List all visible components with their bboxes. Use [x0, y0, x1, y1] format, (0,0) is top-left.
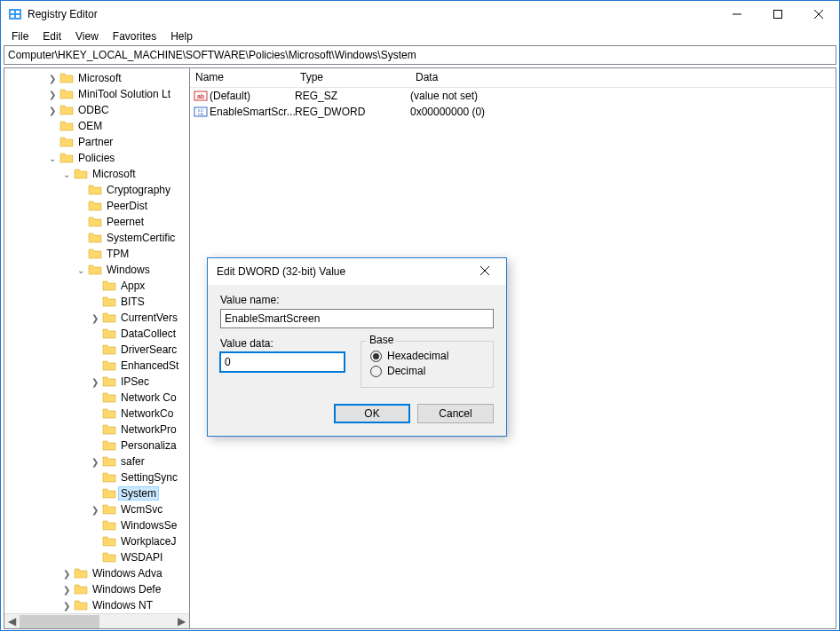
ok-button[interactable]: OK	[334, 404, 410, 423]
tree-node[interactable]: NetworkPro	[4, 422, 189, 438]
expand-icon[interactable]: ❯	[90, 457, 100, 467]
menu-view[interactable]: View	[68, 28, 106, 44]
tree-node[interactable]: ❯Windows Adva	[4, 565, 189, 581]
tree-pane[interactable]: ❯Microsoft❯MiniTool Solution Lt❯ODBC OEM…	[4, 67, 190, 629]
tree-node[interactable]: ❯CurrentVers	[4, 310, 189, 326]
expand-icon[interactable]: ❯	[90, 505, 100, 515]
expand-icon[interactable]	[90, 361, 100, 371]
col-name[interactable]: Name	[190, 68, 295, 87]
expand-icon[interactable]	[90, 473, 100, 483]
value-data-input[interactable]	[220, 352, 345, 372]
menu-edit[interactable]: Edit	[36, 28, 68, 44]
expand-icon[interactable]	[90, 345, 100, 355]
expand-icon[interactable]	[90, 553, 100, 563]
tree-node[interactable]: ❯IPSec	[4, 374, 189, 390]
tree-node[interactable]: TPM	[4, 246, 189, 262]
expand-icon[interactable]: ⌄	[75, 265, 86, 275]
tree-node[interactable]: NetworkCo	[4, 406, 189, 422]
tree-node[interactable]: ❯Microsoft	[4, 70, 189, 86]
tree-node[interactable]: OEM	[4, 118, 189, 134]
regedit-icon	[8, 7, 22, 21]
tree-node[interactable]: ❯MiniTool Solution Lt	[4, 86, 189, 102]
scrollbar-thumb[interactable]	[20, 615, 99, 628]
expand-icon[interactable]: ❯	[90, 377, 100, 387]
expand-icon[interactable]	[90, 409, 100, 419]
col-data[interactable]: Data	[410, 68, 836, 87]
expand-icon[interactable]	[90, 521, 100, 531]
radio-dec-label: Decimal	[387, 365, 425, 377]
expand-icon[interactable]: ⌄	[61, 170, 72, 179]
tree-node[interactable]: WSDAPI	[4, 549, 189, 565]
col-type[interactable]: Type	[295, 68, 410, 87]
menu-favorites[interactable]: Favorites	[106, 28, 163, 44]
address-bar[interactable]: Computer\HKEY_LOCAL_MACHINE\SOFTWARE\Pol…	[4, 45, 836, 65]
value-data-label: Value data:	[220, 337, 345, 350]
tree-node[interactable]: Partner	[4, 134, 189, 150]
expand-icon[interactable]: ❯	[47, 90, 58, 99]
tree-node[interactable]: Peernet	[4, 214, 189, 230]
tree-node[interactable]: Personaliza	[4, 438, 189, 454]
tree-node[interactable]: ⌄Policies	[4, 150, 189, 166]
tree-node[interactable]: Network Co	[4, 390, 189, 406]
radio-decimal[interactable]: Decimal	[370, 365, 484, 377]
expand-icon[interactable]	[90, 489, 100, 499]
expand-icon[interactable]	[90, 441, 100, 451]
tree-node[interactable]: System	[4, 485, 189, 501]
tree-node[interactable]: SystemCertific	[4, 230, 189, 246]
tree-horizontal-scrollbar[interactable]: ◀ ▶	[4, 613, 189, 628]
tree-node[interactable]: WindowsSe	[4, 517, 189, 533]
value-name-input[interactable]	[220, 309, 494, 328]
tree-node[interactable]: ❯safer	[4, 454, 189, 469]
minimize-button[interactable]	[717, 1, 757, 28]
expand-icon[interactable]	[47, 122, 58, 131]
tree-node[interactable]: ❯ODBC	[4, 102, 189, 118]
expand-icon[interactable]: ❯	[61, 569, 72, 579]
tree-node[interactable]: DriverSearc	[4, 342, 189, 358]
menu-file[interactable]: File	[4, 28, 36, 44]
cancel-button[interactable]: Cancel	[417, 404, 494, 423]
expand-icon[interactable]	[90, 329, 100, 339]
scroll-right-icon[interactable]: ▶	[174, 614, 189, 629]
maximize-button[interactable]	[757, 1, 798, 28]
tree-node[interactable]: ⌄Windows	[4, 262, 189, 278]
tree-node[interactable]: ❯Windows Defe	[4, 581, 189, 597]
expand-icon[interactable]	[47, 138, 58, 147]
tree-node[interactable]: DataCollect	[4, 326, 189, 342]
expand-icon[interactable]	[75, 185, 86, 195]
expand-icon[interactable]	[90, 425, 100, 435]
tree-node[interactable]: SettingSync	[4, 469, 189, 485]
expand-icon[interactable]: ❯	[61, 601, 72, 611]
expand-icon[interactable]	[90, 393, 100, 403]
expand-icon[interactable]: ⌄	[47, 154, 58, 163]
expand-icon[interactable]	[90, 281, 100, 291]
tree-node[interactable]: ⌄Microsoft	[4, 166, 189, 182]
dialog-close-button[interactable]	[472, 265, 497, 278]
expand-icon[interactable]: ❯	[61, 585, 72, 595]
expand-icon[interactable]	[75, 233, 86, 243]
column-headers[interactable]: Name Type Data	[190, 68, 836, 88]
expand-icon[interactable]	[75, 249, 86, 259]
value-row[interactable]: 011110EnableSmartScr...REG_DWORD0x000000…	[190, 104, 836, 120]
value-row[interactable]: ab(Default)REG_SZ(value not set)	[190, 88, 836, 104]
tree-node[interactable]: ❯WcmSvc	[4, 501, 189, 517]
tree-node[interactable]: PeerDist	[4, 198, 189, 214]
expand-icon[interactable]: ❯	[47, 106, 58, 115]
close-button[interactable]	[798, 1, 839, 28]
base-legend: Base	[367, 334, 396, 346]
expand-icon[interactable]	[90, 297, 100, 307]
tree-label: Peernet	[104, 215, 147, 229]
expand-icon[interactable]	[75, 201, 86, 211]
tree-node[interactable]: EnhancedSt	[4, 358, 189, 374]
tree-node[interactable]: ❯Windows NT	[4, 597, 189, 613]
radio-hexadecimal[interactable]: Hexadecimal	[370, 350, 484, 362]
tree-node[interactable]: WorkplaceJ	[4, 533, 189, 549]
scroll-left-icon[interactable]: ◀	[4, 614, 20, 629]
menu-help[interactable]: Help	[163, 28, 200, 44]
expand-icon[interactable]	[90, 537, 100, 547]
tree-node[interactable]: BITS	[4, 294, 189, 310]
expand-icon[interactable]: ❯	[47, 74, 58, 83]
tree-node[interactable]: Appx	[4, 278, 189, 294]
tree-node[interactable]: Cryptography	[4, 182, 189, 198]
expand-icon[interactable]: ❯	[90, 313, 100, 323]
expand-icon[interactable]	[75, 217, 86, 227]
